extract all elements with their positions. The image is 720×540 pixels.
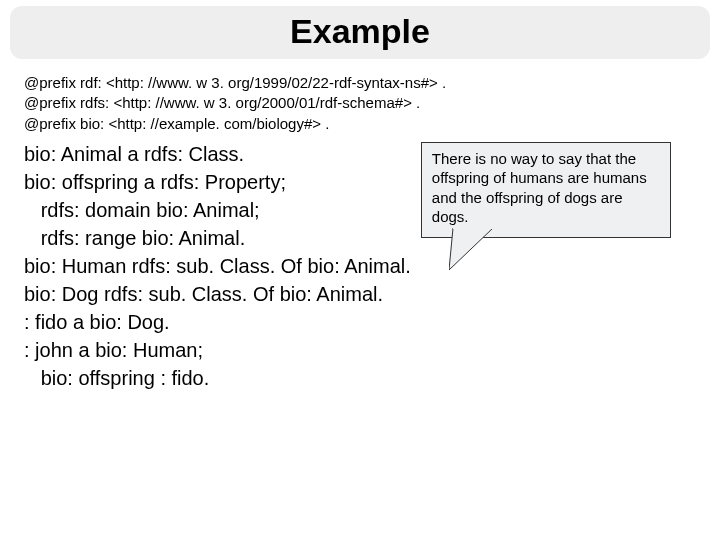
prefix-line: @prefix rdf: <http: //www. w 3. org/1999… — [24, 73, 696, 93]
callout-wrap: There is no way to say that the offsprin… — [421, 142, 696, 238]
code-block: bio: Animal a rdfs: Class. bio: offsprin… — [24, 140, 411, 392]
slide-title: Example — [10, 12, 710, 51]
prefix-line: @prefix bio: <http: //example. com/biolo… — [24, 114, 696, 134]
content-row: bio: Animal a rdfs: Class. bio: offsprin… — [24, 140, 696, 392]
title-bar: Example — [10, 6, 710, 59]
prefix-block: @prefix rdf: <http: //www. w 3. org/1999… — [24, 73, 696, 134]
callout-tail-icon — [449, 228, 509, 278]
svg-marker-0 — [449, 228, 493, 270]
prefix-line: @prefix rdfs: <http: //www. w 3. org/200… — [24, 93, 696, 113]
callout-box: There is no way to say that the offsprin… — [421, 142, 671, 238]
